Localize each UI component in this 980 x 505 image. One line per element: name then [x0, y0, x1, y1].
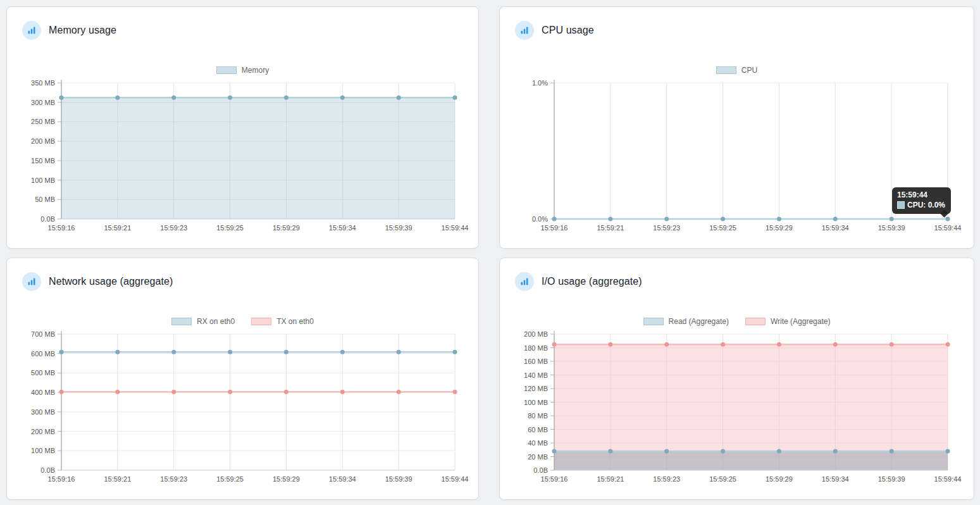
svg-text:1.0%: 1.0% [532, 79, 548, 87]
svg-text:350 MB: 350 MB [31, 79, 55, 87]
chart-block: RX on eth0TX on eth0 700 MB600 MB500 MB4… [7, 316, 478, 489]
legend-label: Write (Aggregate) [771, 317, 830, 326]
svg-text:500 MB: 500 MB [31, 369, 55, 377]
panel-title: I/O usage (aggregate) [542, 276, 642, 287]
svg-text:60 MB: 60 MB [528, 426, 548, 433]
svg-text:15:59:21: 15:59:21 [104, 475, 131, 483]
svg-text:15:59:21: 15:59:21 [104, 224, 131, 232]
svg-text:400 MB: 400 MB [31, 389, 55, 396]
svg-text:15:59:39: 15:59:39 [385, 224, 412, 232]
svg-text:15:59:16: 15:59:16 [48, 224, 75, 232]
svg-text:15:59:44: 15:59:44 [442, 224, 469, 232]
io-usage-chart[interactable]: 200 MB180 MB160 MB140 MB120 MB100 MB80 M… [502, 328, 964, 489]
svg-text:0.0B: 0.0B [40, 466, 55, 474]
svg-text:15:59:39: 15:59:39 [385, 475, 412, 483]
legend-swatch [171, 318, 192, 325]
legend-item-rx-on-eth0[interactable]: RX on eth0 [171, 317, 235, 326]
svg-text:0.0B: 0.0B [40, 215, 55, 223]
panel-header: Memory usage [7, 7, 478, 40]
svg-text:120 MB: 120 MB [524, 385, 548, 392]
network-usage-chart[interactable]: 700 MB600 MB500 MB400 MB300 MB200 MB100 … [9, 328, 471, 489]
memory-usage-chart[interactable]: 350 MB300 MB250 MB200 MB150 MB100 MB50 M… [9, 77, 471, 238]
legend-label: Memory [242, 66, 269, 75]
panel-header: Network usage (aggregate) [7, 258, 478, 291]
legend-label: Read (Aggregate) [669, 317, 729, 326]
svg-text:140 MB: 140 MB [524, 371, 548, 379]
legend-item-cpu[interactable]: CPU [716, 66, 757, 75]
svg-text:15:59:23: 15:59:23 [653, 224, 680, 232]
legend-item-tx-on-eth0[interactable]: TX on eth0 [251, 317, 314, 326]
svg-text:300 MB: 300 MB [31, 99, 55, 106]
chart-block: Read (Aggregate)Write (Aggregate) 200 MB… [500, 316, 974, 489]
svg-text:15:59:44: 15:59:44 [934, 475, 962, 483]
svg-text:15:59:34: 15:59:34 [329, 224, 356, 232]
svg-text:600 MB: 600 MB [31, 350, 55, 358]
svg-text:150 MB: 150 MB [31, 157, 55, 165]
svg-text:15:59:39: 15:59:39 [878, 475, 905, 483]
svg-text:15:59:25: 15:59:25 [216, 475, 244, 483]
svg-text:200 MB: 200 MB [31, 428, 55, 435]
svg-text:15:59:21: 15:59:21 [597, 475, 624, 483]
svg-text:250 MB: 250 MB [31, 118, 55, 125]
bar-chart-icon [22, 272, 41, 291]
bar-chart-icon [515, 21, 534, 40]
svg-text:160 MB: 160 MB [524, 358, 548, 365]
svg-text:15:59:29: 15:59:29 [766, 224, 793, 232]
svg-text:300 MB: 300 MB [31, 408, 55, 416]
svg-text:15:59:44: 15:59:44 [934, 224, 962, 232]
legend-swatch [745, 318, 766, 325]
tooltip-value: CPU: 0.0% [907, 200, 945, 210]
svg-text:15:59:34: 15:59:34 [329, 475, 356, 483]
panel-header: CPU usage [500, 7, 974, 40]
svg-text:180 MB: 180 MB [524, 344, 548, 352]
svg-text:200 MB: 200 MB [524, 330, 548, 338]
svg-text:15:59:16: 15:59:16 [541, 224, 568, 232]
svg-text:15:59:34: 15:59:34 [822, 224, 849, 232]
legend-item-memory[interactable]: Memory [216, 66, 269, 75]
svg-text:15:59:29: 15:59:29 [273, 224, 300, 232]
svg-text:100 MB: 100 MB [524, 399, 548, 406]
svg-text:15:59:25: 15:59:25 [709, 475, 736, 483]
svg-text:15:59:21: 15:59:21 [597, 224, 624, 232]
legend-item-write-aggregate-[interactable]: Write (Aggregate) [745, 317, 830, 326]
svg-text:15:59:23: 15:59:23 [653, 475, 680, 483]
chart-legend: RX on eth0TX on eth0 [7, 316, 478, 327]
legend-swatch [216, 66, 237, 74]
legend-swatch [716, 66, 736, 74]
legend-swatch [643, 318, 664, 325]
chart-legend: Memory [7, 65, 478, 75]
svg-text:15:59:29: 15:59:29 [766, 475, 793, 483]
legend-label: CPU [741, 66, 757, 75]
cpu-usage-panel: CPU usage CPU 1.0%0.0%15:59:1615:59:2115… [499, 6, 974, 249]
svg-text:20 MB: 20 MB [528, 453, 548, 461]
legend-swatch [251, 318, 271, 325]
svg-text:700 MB: 700 MB [31, 330, 55, 338]
legend-item-read-aggregate-[interactable]: Read (Aggregate) [643, 317, 729, 326]
tooltip-time: 15:59:44 [897, 190, 945, 200]
svg-text:15:59:34: 15:59:34 [822, 475, 849, 483]
svg-text:15:59:16: 15:59:16 [541, 475, 568, 483]
network-usage-panel: Network usage (aggregate) RX on eth0TX o… [6, 258, 479, 500]
svg-text:15:59:25: 15:59:25 [709, 224, 736, 232]
chart-legend: Read (Aggregate)Write (Aggregate) [500, 316, 974, 327]
bar-chart-icon [515, 272, 534, 291]
svg-text:0.0%: 0.0% [532, 215, 548, 223]
svg-text:15:59:39: 15:59:39 [878, 224, 905, 232]
panel-title: Memory usage [49, 25, 116, 36]
svg-text:0.0B: 0.0B [533, 466, 548, 474]
svg-text:15:59:16: 15:59:16 [48, 475, 75, 483]
chart-tooltip: 15:59:44 CPU: 0.0% [892, 187, 951, 214]
io-usage-panel: I/O usage (aggregate) Read (Aggregate)Wr… [499, 258, 974, 500]
panel-title: CPU usage [542, 25, 594, 36]
svg-text:100 MB: 100 MB [31, 177, 55, 184]
svg-text:15:59:23: 15:59:23 [160, 224, 187, 232]
memory-usage-panel: Memory usage Memory 350 MB300 MB250 MB20… [6, 6, 479, 249]
svg-text:15:59:29: 15:59:29 [273, 475, 300, 483]
chart-block: Memory 350 MB300 MB250 MB200 MB150 MB100… [7, 65, 478, 238]
svg-text:40 MB: 40 MB [528, 439, 548, 447]
bar-chart-icon [22, 21, 41, 40]
svg-text:15:59:44: 15:59:44 [442, 475, 469, 483]
legend-label: RX on eth0 [197, 317, 235, 326]
svg-text:15:59:23: 15:59:23 [160, 475, 187, 483]
panel-header: I/O usage (aggregate) [500, 258, 974, 291]
